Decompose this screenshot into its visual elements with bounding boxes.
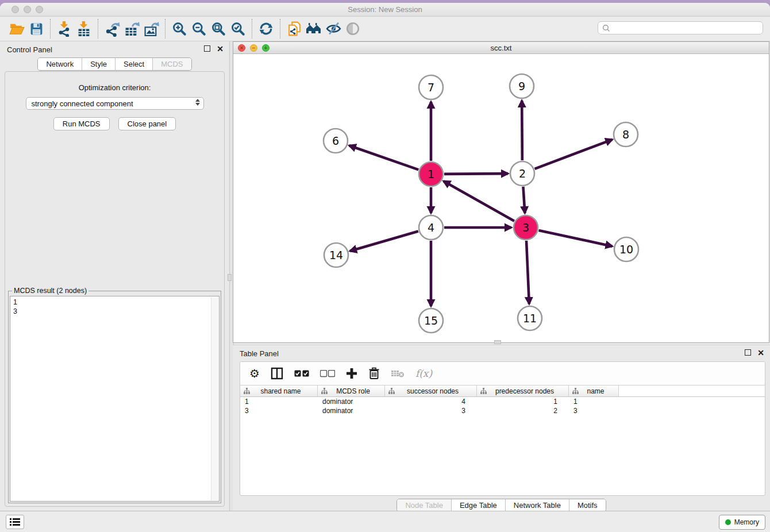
delete-table-icon[interactable] — [391, 369, 405, 378]
graph-edge-2-9[interactable] — [522, 101, 522, 160]
splitter-handle[interactable] — [228, 274, 232, 281]
criterion-dropdown[interactable]: strongly connected component — [26, 97, 204, 110]
network-canvas[interactable]: 7968124314101511 — [233, 54, 769, 342]
export-network-button[interactable] — [102, 19, 122, 38]
toolbar-separator — [50, 19, 51, 38]
tab-edge-table[interactable]: Edge Table — [451, 499, 505, 511]
import-network-button[interactable] — [55, 19, 74, 38]
run-mcds-button[interactable]: Run MCDS — [53, 117, 110, 130]
close-panel-button[interactable]: Close panel — [118, 117, 176, 130]
tab-node-table[interactable]: Node Table — [397, 499, 451, 511]
first-neighbors-button[interactable] — [304, 19, 324, 38]
table-cell[interactable]: 2 — [477, 407, 569, 415]
column-header-name[interactable]: name — [569, 385, 619, 396]
delete-column-icon[interactable] — [368, 367, 380, 380]
list-icon — [10, 518, 20, 526]
column-header-shared-name[interactable]: shared name — [240, 385, 318, 396]
toolbar-separator — [165, 19, 165, 38]
mcds-tab-content: Optimization criterion: strongly connect… — [5, 71, 225, 507]
search-icon — [602, 24, 611, 33]
table-cell[interactable]: 3 — [240, 407, 318, 415]
table-cell[interactable]: 3 — [385, 407, 477, 415]
graph-node-label: 11 — [523, 312, 537, 325]
table-row[interactable]: 1dominator411 — [240, 397, 765, 406]
graph-edge-4-14[interactable] — [350, 231, 418, 251]
table-cell[interactable]: 4 — [385, 398, 477, 406]
zoom-out-button[interactable] — [189, 19, 209, 38]
graph-node-label: 6 — [332, 134, 339, 147]
table-body: 1dominator4113dominator323 — [240, 397, 765, 415]
memory-button[interactable]: Memory — [719, 515, 765, 530]
column-visibility-icon[interactable] — [271, 367, 283, 380]
toolbar-separator — [98, 19, 98, 38]
table-row[interactable]: 3dominator323 — [240, 406, 765, 415]
network-window-title: scc.txt — [233, 44, 769, 52]
control-panel-title: Control Panel — [7, 45, 52, 54]
tab-network[interactable]: Network — [38, 58, 82, 70]
export-table-button[interactable] — [122, 19, 141, 38]
table-settings-gear-icon[interactable]: ⚙ — [249, 368, 260, 379]
column-type-icon — [321, 388, 328, 394]
import-table-button[interactable] — [74, 19, 94, 38]
table-cell[interactable]: 1 — [477, 398, 569, 406]
control-panel-float-icon[interactable] — [204, 45, 210, 52]
table-cell[interactable]: 3 — [569, 407, 619, 415]
column-header-predecessor-nodes[interactable]: predecessor nodes — [477, 385, 569, 396]
export-image-icon — [144, 21, 159, 37]
function-builder-icon[interactable]: f(x) — [415, 368, 432, 379]
search-input[interactable] — [611, 22, 763, 34]
graph-edge-1-6[interactable] — [349, 145, 419, 169]
hide-selected-button[interactable] — [324, 19, 343, 38]
table-panel-tabbar: Node TableEdge TableNetwork TableMotifs — [233, 499, 770, 512]
apply-preferred-layout-button[interactable] — [256, 19, 276, 38]
table-cell[interactable]: dominator — [318, 407, 385, 415]
zoom-in-icon — [172, 21, 187, 36]
save-session-button[interactable] — [26, 19, 46, 38]
deselect-all-columns-icon[interactable] — [320, 370, 335, 377]
column-type-icon — [572, 388, 579, 394]
clone-network-button[interactable] — [284, 19, 304, 38]
network-view-window: × − + scc.txt 7968124314101511 — [233, 41, 769, 343]
table-cell[interactable]: dominator — [318, 398, 385, 406]
select-all-columns-icon[interactable] — [294, 370, 309, 377]
graph-edge-3-1[interactable] — [444, 181, 514, 221]
show-all-button[interactable] — [343, 19, 363, 38]
graph-edge-2-8[interactable] — [535, 140, 613, 169]
splitter-handle[interactable] — [494, 340, 501, 344]
toolbar-separator — [280, 19, 280, 38]
table-panel-close-icon[interactable]: ✕ — [757, 350, 764, 356]
toolbar-search[interactable] — [598, 21, 763, 34]
node-table: ⚙ f(x) — [240, 361, 765, 496]
open-session-button[interactable] — [7, 19, 26, 38]
result-scrollbar[interactable] — [211, 297, 218, 500]
table-cell[interactable]: 1 — [569, 398, 619, 406]
export-image-button[interactable] — [141, 19, 161, 38]
zoom-fit-button[interactable] — [209, 19, 228, 38]
graph-node-label: 7 — [428, 81, 434, 94]
network-window-titlebar[interactable]: × − + scc.txt — [233, 42, 769, 54]
graph-edge-3-11[interactable] — [526, 241, 529, 304]
table-cell[interactable]: 1 — [240, 398, 318, 406]
tab-motifs[interactable]: Motifs — [569, 499, 606, 511]
zoom-selected-button[interactable] — [228, 19, 248, 38]
tab-mcds[interactable]: MCDS — [152, 58, 191, 70]
add-column-icon[interactable] — [346, 368, 357, 379]
tab-style[interactable]: Style — [82, 58, 115, 70]
mcds-result-box[interactable]: 1 3 — [10, 296, 220, 502]
memory-status-dot — [725, 519, 731, 525]
graph-edge-3-10[interactable] — [538, 230, 612, 246]
graph-edge-1-2[interactable] — [444, 174, 508, 174]
zoom-in-button[interactable] — [170, 19, 189, 38]
task-history-button[interactable] — [6, 515, 24, 529]
table-panel-float-icon[interactable] — [745, 349, 751, 356]
table-toolbar: ⚙ f(x) — [240, 362, 765, 385]
graph-edge-2-3[interactable] — [523, 187, 525, 213]
table-panel-title: Table Panel — [240, 349, 279, 358]
column-header-MCDS-role[interactable]: MCDS role — [318, 385, 385, 396]
column-header-successor-nodes[interactable]: successor nodes — [385, 385, 477, 396]
column-type-icon — [480, 388, 487, 394]
main-toolbar — [0, 17, 770, 41]
control-panel-close-icon[interactable]: ✕ — [217, 46, 224, 52]
tab-network-table[interactable]: Network Table — [505, 499, 569, 511]
tab-select[interactable]: Select — [115, 58, 152, 70]
